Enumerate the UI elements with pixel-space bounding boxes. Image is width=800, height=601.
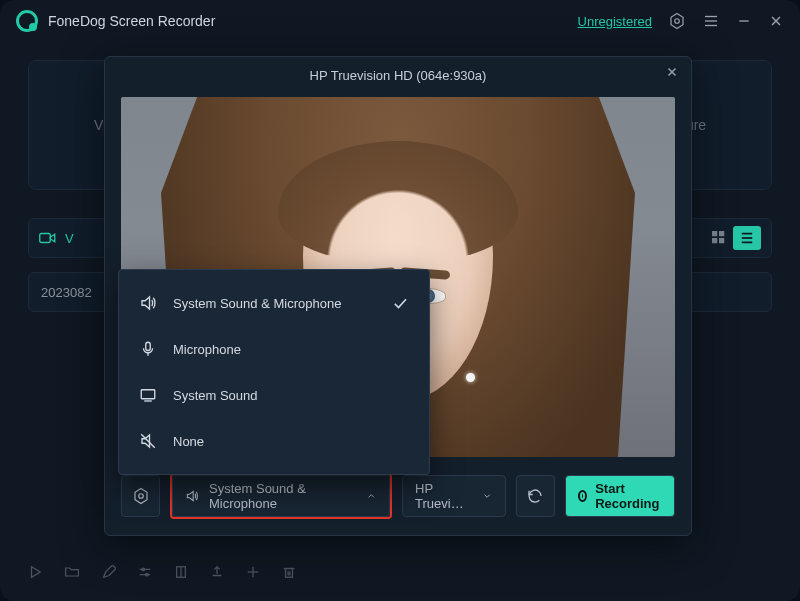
audio-option-none[interactable]: None — [119, 418, 429, 464]
video-tab-label[interactable]: V — [65, 231, 74, 246]
audio-source-button[interactable]: System Sound & Microphone — [172, 475, 390, 517]
camera-device-label: HP Truevi… — [415, 481, 474, 511]
reset-button[interactable] — [516, 475, 555, 517]
dialog-header: HP Truevision HD (064e:930a) — [105, 57, 691, 93]
dialog-title: HP Truevision HD (064e:930a) — [310, 68, 487, 83]
grid-view-icon[interactable] — [705, 226, 733, 250]
minimize-icon[interactable] — [736, 13, 752, 29]
microphone-icon — [139, 340, 157, 358]
checkmark-icon — [391, 294, 409, 312]
app-name: FoneDog Screen Recorder — [48, 13, 215, 29]
svg-rect-11 — [712, 238, 717, 243]
svg-rect-25 — [286, 569, 293, 578]
svg-point-20 — [145, 573, 148, 576]
svg-rect-8 — [40, 234, 51, 243]
svg-marker-16 — [32, 567, 41, 578]
edit-icon[interactable] — [102, 565, 116, 579]
audio-option-label: System Sound & Microphone — [173, 296, 341, 311]
titlebar: FoneDog Screen Recorder Unregistered — [0, 0, 800, 42]
folder-icon[interactable] — [64, 565, 80, 579]
export-icon[interactable] — [210, 565, 224, 579]
sliders-icon[interactable] — [138, 565, 152, 579]
chevron-up-icon — [366, 490, 377, 502]
speaker-icon — [185, 488, 199, 504]
svg-point-32 — [138, 494, 143, 499]
list-view-icon[interactable] — [733, 226, 761, 250]
view-toggle — [705, 226, 761, 250]
svg-rect-9 — [712, 231, 717, 236]
settings-icon[interactable] — [668, 12, 686, 30]
svg-marker-0 — [671, 14, 683, 29]
record-icon — [578, 490, 587, 502]
menu-icon[interactable] — [702, 12, 720, 30]
audio-option-label: None — [173, 434, 204, 449]
svg-rect-35 — [141, 390, 155, 399]
svg-point-1 — [675, 19, 680, 24]
audio-option-microphone[interactable]: Microphone — [119, 326, 429, 372]
audio-option-label: Microphone — [173, 342, 241, 357]
app-window: FoneDog Screen Recorder Unregistered Vid… — [0, 0, 800, 601]
svg-rect-12 — [719, 238, 724, 243]
audio-source-menu: System Sound & Microphone Microphone Sys… — [118, 269, 430, 475]
compress-icon[interactable] — [174, 565, 188, 579]
undo-icon — [526, 487, 544, 505]
recorder-settings-button[interactable] — [121, 475, 160, 517]
video-tab-icon — [39, 231, 57, 245]
audio-option-system-and-mic[interactable]: System Sound & Microphone — [119, 280, 429, 326]
camera-device-button[interactable]: HP Truevi… — [402, 475, 506, 517]
delete-icon[interactable] — [282, 565, 296, 579]
start-recording-button[interactable]: Start Recording — [565, 475, 675, 517]
bottom-toolbar — [28, 557, 772, 587]
svg-rect-33 — [146, 342, 151, 350]
mute-icon — [139, 432, 157, 450]
svg-point-19 — [142, 568, 145, 571]
unregistered-link[interactable]: Unregistered — [578, 14, 652, 29]
svg-rect-10 — [719, 231, 724, 236]
play-icon[interactable] — [28, 565, 42, 579]
dialog-close-icon[interactable] — [665, 65, 679, 79]
start-recording-label: Start Recording — [595, 481, 662, 511]
convert-icon[interactable] — [246, 565, 260, 579]
recording-filename: 2023082 — [41, 285, 92, 300]
app-logo-icon — [16, 10, 38, 32]
svg-marker-31 — [135, 489, 147, 504]
audio-source-label: System Sound & Microphone — [209, 481, 356, 511]
speaker-icon — [139, 294, 157, 312]
audio-source-highlight: System Sound & Microphone — [170, 473, 392, 519]
system-sound-icon — [139, 386, 157, 404]
audio-option-label: System Sound — [173, 388, 258, 403]
audio-option-system-sound[interactable]: System Sound — [119, 372, 429, 418]
chevron-down-icon — [482, 490, 492, 502]
close-window-icon[interactable] — [768, 13, 784, 29]
